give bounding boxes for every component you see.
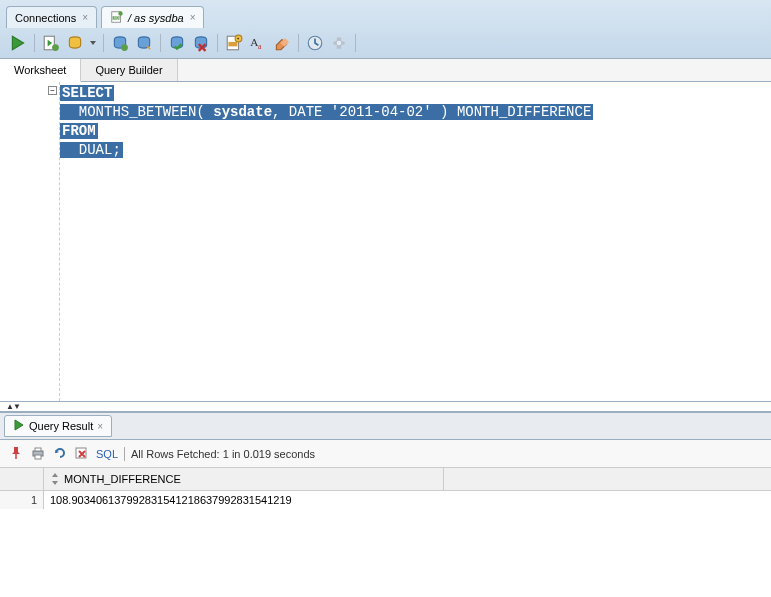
clear-button[interactable]	[272, 33, 292, 53]
svg-rect-24	[35, 455, 41, 459]
svg-point-8	[121, 44, 128, 51]
table-row[interactable]: 1 108.9034061379928315412186379928315412…	[0, 491, 771, 509]
grid-header: MONTH_DIFFERENCE	[0, 468, 771, 491]
result-tab-label: Query Result	[29, 420, 93, 432]
run-script-button[interactable]	[41, 33, 61, 53]
tab-worksheet[interactable]: Worksheet	[0, 59, 81, 82]
row-number: 1	[0, 491, 44, 509]
svg-point-5	[52, 44, 59, 51]
cell-value: 108.903406137992831541218637992831541219	[44, 491, 298, 509]
sql-file-icon: SQL	[110, 10, 124, 26]
pin-button[interactable]	[8, 445, 24, 463]
tab-query-result[interactable]: Query Result ×	[4, 415, 112, 437]
close-icon[interactable]: ×	[190, 12, 196, 23]
tab-sysdba[interactable]: SQL / as sysdba ×	[101, 6, 204, 28]
result-grid: MONTH_DIFFERENCE 1 108.90340613799283154…	[0, 468, 771, 509]
unshared-worksheet-button[interactable]: +	[224, 33, 244, 53]
code-kw-from: FROM	[60, 123, 98, 139]
run-icon	[13, 419, 25, 433]
explain-plan-button[interactable]	[65, 33, 85, 53]
close-icon[interactable]: ×	[82, 12, 88, 23]
settings-button[interactable]	[329, 33, 349, 53]
sql-tuning-button[interactable]	[134, 33, 154, 53]
fold-toggle[interactable]: −	[48, 86, 57, 95]
svg-text:SQL: SQL	[114, 16, 121, 20]
tab-label: Connections	[15, 12, 76, 24]
commit-button[interactable]	[167, 33, 187, 53]
dropdown-icon[interactable]	[89, 33, 97, 53]
svg-point-3	[118, 11, 122, 15]
cancel-button[interactable]	[74, 445, 90, 463]
to-uppercase-button[interactable]: Aa	[248, 33, 268, 53]
splitter[interactable]: ▲▼	[0, 402, 771, 412]
column-name: MONTH_DIFFERENCE	[64, 473, 181, 485]
tab-label: / as sysdba	[128, 12, 184, 24]
code-kw-select: SELECT	[60, 85, 114, 101]
svg-rect-23	[35, 448, 41, 451]
svg-text:+: +	[237, 36, 240, 41]
tab-connections[interactable]: Connections ×	[6, 6, 97, 28]
run-button[interactable]	[8, 33, 28, 53]
close-icon[interactable]: ×	[97, 421, 103, 432]
worksheet-sub-tabs: Worksheet Query Builder	[0, 59, 771, 82]
sql-editor[interactable]: − SELECT MONTHS_BETWEEN( sysdate, DATE '…	[0, 82, 771, 402]
svg-point-20	[337, 41, 342, 46]
code-table: DUAL;	[60, 142, 123, 158]
rollback-button[interactable]	[191, 33, 211, 53]
result-toolbar: SQL All Rows Fetched: 1 in 0.019 seconds	[0, 440, 771, 468]
sql-history-button[interactable]	[305, 33, 325, 53]
svg-rect-13	[228, 42, 237, 47]
svg-text:a: a	[258, 42, 262, 51]
gutter: −	[0, 82, 60, 401]
result-tab-bar: Query Result ×	[0, 413, 771, 440]
column-header[interactable]: MONTH_DIFFERENCE	[44, 468, 444, 490]
refresh-button[interactable]	[52, 445, 68, 463]
main-toolbar: + Aa	[0, 28, 771, 58]
sql-link[interactable]: SQL	[96, 448, 118, 460]
main-tab-bar: Connections × SQL / as sysdba ×	[0, 0, 771, 28]
code-content: SELECT MONTHS_BETWEEN( sysdate, DATE '20…	[60, 82, 771, 401]
row-number-header	[0, 468, 44, 490]
print-button[interactable]	[30, 445, 46, 463]
autotrace-button[interactable]	[110, 33, 130, 53]
fetch-status: All Rows Fetched: 1 in 0.019 seconds	[131, 448, 315, 460]
tab-query-builder[interactable]: Query Builder	[81, 59, 177, 81]
sort-icon	[50, 473, 60, 485]
